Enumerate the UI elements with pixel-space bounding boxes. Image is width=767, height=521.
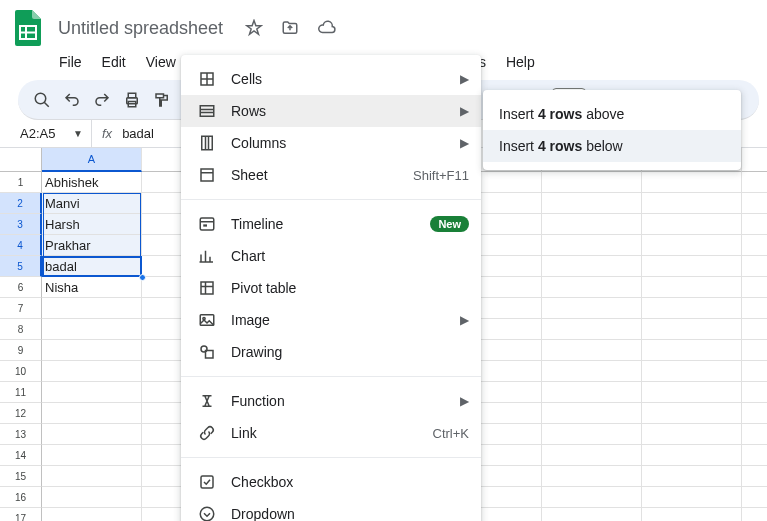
row-header[interactable]: 13 <box>0 424 42 445</box>
menu-item-drawing[interactable]: Drawing <box>181 336 481 368</box>
col-header-H[interactable]: H <box>742 148 767 172</box>
cell[interactable] <box>542 256 642 277</box>
row-header[interactable]: 1 <box>0 172 42 193</box>
print-button[interactable] <box>118 86 146 114</box>
cell[interactable] <box>542 298 642 319</box>
cell[interactable]: Harsh <box>42 214 142 235</box>
cell[interactable] <box>42 445 142 466</box>
cell[interactable] <box>42 340 142 361</box>
menu-view[interactable]: View <box>137 50 185 74</box>
cell[interactable] <box>742 382 767 403</box>
cell[interactable] <box>542 277 642 298</box>
cell[interactable] <box>542 403 642 424</box>
row-header[interactable]: 14 <box>0 445 42 466</box>
undo-button[interactable] <box>58 86 86 114</box>
cell[interactable] <box>742 466 767 487</box>
cell[interactable] <box>42 466 142 487</box>
cell[interactable] <box>742 508 767 521</box>
cell[interactable] <box>642 277 742 298</box>
menu-item-link[interactable]: Link Ctrl+K <box>181 417 481 449</box>
row-header[interactable]: 10 <box>0 361 42 382</box>
row-header[interactable]: 6 <box>0 277 42 298</box>
cell[interactable]: badal <box>42 256 142 277</box>
cell[interactable] <box>742 256 767 277</box>
cell[interactable] <box>642 403 742 424</box>
cell[interactable] <box>542 424 642 445</box>
cell[interactable] <box>642 487 742 508</box>
cell[interactable] <box>642 340 742 361</box>
menu-edit[interactable]: Edit <box>93 50 135 74</box>
menu-item-function[interactable]: Function ▶ <box>181 385 481 417</box>
cell[interactable]: Manvi <box>42 193 142 214</box>
cell[interactable]: Abhishek <box>42 172 142 193</box>
cell[interactable] <box>542 235 642 256</box>
cell[interactable] <box>542 466 642 487</box>
cell[interactable] <box>742 235 767 256</box>
menu-item-image[interactable]: Image ▶ <box>181 304 481 336</box>
cell[interactable] <box>642 424 742 445</box>
cell[interactable] <box>742 487 767 508</box>
row-header[interactable]: 8 <box>0 319 42 340</box>
cell[interactable] <box>42 403 142 424</box>
cloud-status-icon[interactable] <box>317 19 337 37</box>
cell[interactable] <box>642 172 742 193</box>
cell[interactable] <box>742 361 767 382</box>
move-icon[interactable] <box>281 19 299 37</box>
menu-item-cells[interactable]: Cells ▶ <box>181 63 481 95</box>
cell[interactable] <box>642 235 742 256</box>
row-header[interactable]: 15 <box>0 466 42 487</box>
cell[interactable] <box>742 340 767 361</box>
cell[interactable] <box>742 172 767 193</box>
cell[interactable] <box>542 487 642 508</box>
document-title[interactable]: Untitled spreadsheet <box>54 16 227 41</box>
submenu-item[interactable]: Insert 4 rows above <box>483 98 741 130</box>
search-menu-button[interactable] <box>28 86 56 114</box>
cell[interactable] <box>542 340 642 361</box>
row-header[interactable]: 7 <box>0 298 42 319</box>
menu-item-chart[interactable]: Chart <box>181 240 481 272</box>
row-header[interactable]: 12 <box>0 403 42 424</box>
cell[interactable] <box>42 424 142 445</box>
star-icon[interactable] <box>245 19 263 37</box>
cell[interactable] <box>42 382 142 403</box>
row-header[interactable]: 3 <box>0 214 42 235</box>
cell[interactable] <box>642 466 742 487</box>
name-box[interactable]: A2:A5 ▼ <box>12 120 92 147</box>
formula-input[interactable]: badal <box>122 126 154 141</box>
menu-item-timeline[interactable]: Timeline New <box>181 208 481 240</box>
cell[interactable] <box>742 193 767 214</box>
cell[interactable] <box>642 214 742 235</box>
menu-item-rows[interactable]: Rows ▶ <box>181 95 481 127</box>
cell[interactable] <box>742 298 767 319</box>
select-all-corner[interactable] <box>0 148 42 172</box>
cell[interactable] <box>642 319 742 340</box>
col-header-A[interactable]: A <box>42 148 142 172</box>
cell[interactable] <box>642 298 742 319</box>
app-logo[interactable] <box>8 8 48 48</box>
redo-button[interactable] <box>88 86 116 114</box>
menu-file[interactable]: File <box>50 50 91 74</box>
menu-item-pivot-table[interactable]: Pivot table <box>181 272 481 304</box>
cell[interactable] <box>542 382 642 403</box>
cell[interactable] <box>42 361 142 382</box>
menu-item-sheet[interactable]: Sheet Shift+F11 <box>181 159 481 191</box>
cell[interactable] <box>42 487 142 508</box>
paint-format-button[interactable] <box>148 86 176 114</box>
cell[interactable] <box>642 445 742 466</box>
cell[interactable] <box>542 214 642 235</box>
cell[interactable] <box>42 508 142 521</box>
row-header[interactable]: 9 <box>0 340 42 361</box>
cell[interactable]: Nisha <box>42 277 142 298</box>
cell[interactable] <box>42 319 142 340</box>
row-header[interactable]: 4 <box>0 235 42 256</box>
cell[interactable] <box>742 424 767 445</box>
cell[interactable] <box>542 361 642 382</box>
cell[interactable] <box>642 382 742 403</box>
menu-item-checkbox[interactable]: Checkbox <box>181 466 481 498</box>
row-header[interactable]: 5 <box>0 256 42 277</box>
row-header[interactable]: 16 <box>0 487 42 508</box>
cell[interactable] <box>42 298 142 319</box>
submenu-item[interactable]: Insert 4 rows below <box>483 130 741 162</box>
cell[interactable] <box>642 256 742 277</box>
row-header[interactable]: 17 <box>0 508 42 521</box>
